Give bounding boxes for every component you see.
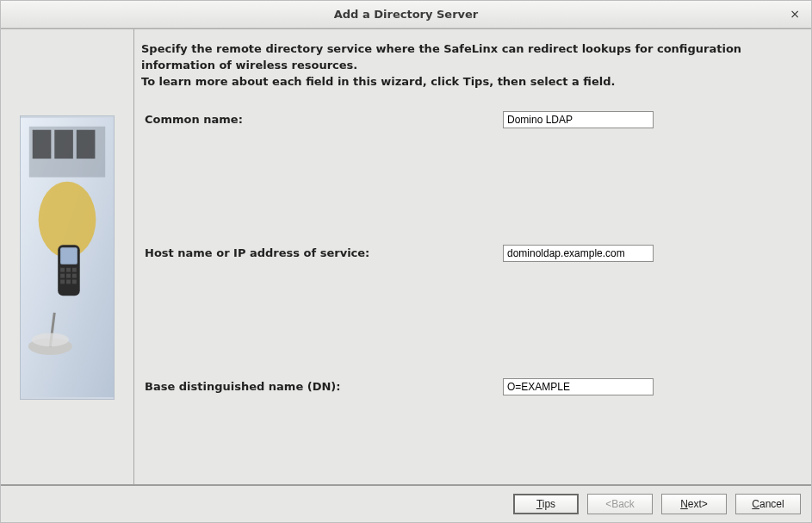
svg-point-14 <box>32 333 69 346</box>
tips-mnemonic: T <box>536 498 542 510</box>
field-row-basedn: Base distinguished name (DN): <box>141 378 803 395</box>
svg-rect-11 <box>66 280 71 284</box>
cancel-mnemonic: C <box>752 498 759 510</box>
next-rest: ext> <box>688 498 708 510</box>
fields-area: Common name: Host name or IP address of … <box>141 111 803 476</box>
basedn-input[interactable] <box>503 378 654 395</box>
basedn-label: Base distinguished name (DN): <box>141 380 503 393</box>
cancel-button[interactable]: Cancel <box>735 494 801 514</box>
tips-button[interactable]: Tips <box>513 494 579 514</box>
tips-rest: ips <box>542 498 555 510</box>
wizard-main-panel: Specify the remote directory service whe… <box>134 29 811 484</box>
svg-rect-3 <box>60 247 77 265</box>
hostname-input[interactable] <box>503 245 654 262</box>
svg-rect-16 <box>33 130 52 159</box>
field-row-hostname: Host name or IP address of service: <box>141 245 803 262</box>
hostname-label: Host name or IP address of service: <box>141 246 503 259</box>
field-row-common-name: Common name: <box>141 111 803 128</box>
svg-rect-17 <box>54 130 73 159</box>
svg-rect-5 <box>66 268 71 272</box>
dialog-window: Add a Directory Server × <box>0 0 812 523</box>
cancel-rest: ancel <box>759 498 784 510</box>
next-mnemonic: N <box>680 498 688 510</box>
description-line-2: To learn more about each field in this w… <box>141 74 803 90</box>
svg-rect-9 <box>72 274 77 278</box>
svg-rect-7 <box>60 274 65 278</box>
svg-rect-8 <box>66 274 71 278</box>
svg-rect-6 <box>72 268 77 272</box>
description-line-1: Specify the remote directory service whe… <box>141 41 803 74</box>
common-name-label: Common name: <box>141 113 503 126</box>
title-bar: Add a Directory Server × <box>1 1 811 28</box>
dialog-title: Add a Directory Server <box>1 8 811 21</box>
dialog-content: Specify the remote directory service whe… <box>1 28 811 484</box>
close-icon[interactable]: × <box>787 6 803 22</box>
next-button[interactable]: Next> <box>661 494 727 514</box>
dialog-footer: Tips <Back Next> Cancel <box>1 484 811 522</box>
svg-rect-10 <box>60 280 65 284</box>
wizard-side-panel <box>1 29 134 484</box>
svg-rect-4 <box>60 268 65 272</box>
common-name-input[interactable] <box>503 111 654 128</box>
svg-rect-12 <box>72 280 77 284</box>
back-button: <Back <box>587 494 653 514</box>
svg-rect-18 <box>77 130 96 159</box>
wizard-illustration <box>20 115 115 400</box>
wizard-description: Specify the remote directory service whe… <box>141 41 803 90</box>
